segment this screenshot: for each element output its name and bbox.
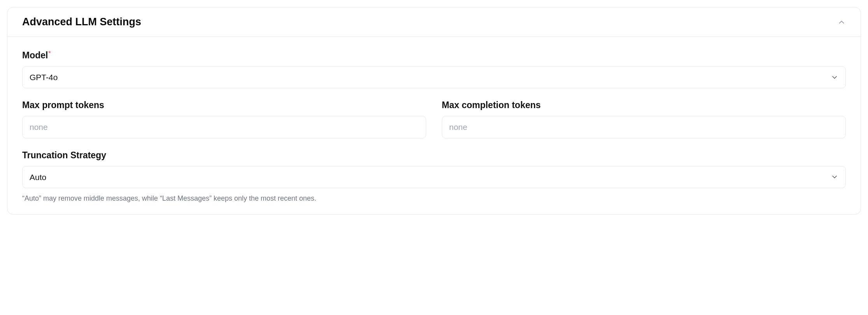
model-label: Model*	[22, 50, 846, 61]
max-completion-tokens-label: Max completion tokens	[442, 100, 846, 110]
model-field: Model* GPT-4o	[22, 50, 846, 88]
truncation-strategy-value: Auto	[30, 172, 46, 182]
truncation-strategy-label: Truncation Strategy	[22, 150, 846, 161]
max-prompt-tokens-field: Max prompt tokens	[22, 100, 426, 138]
tokens-row: Max prompt tokens Max completion tokens	[22, 100, 846, 138]
max-prompt-tokens-input[interactable]	[22, 116, 426, 138]
model-select[interactable]: GPT-4o	[22, 66, 846, 88]
panel-title: Advanced LLM Settings	[22, 16, 141, 28]
panel-body: Model* GPT-4o Max prompt tokens Max comp…	[7, 37, 861, 214]
max-prompt-tokens-label: Max prompt tokens	[22, 100, 426, 110]
required-indicator: *	[48, 50, 51, 57]
truncation-strategy-field: Truncation Strategy Auto “Auto” may remo…	[22, 150, 846, 203]
max-completion-tokens-field: Max completion tokens	[442, 100, 846, 138]
chevron-down-icon	[831, 173, 838, 181]
chevron-up-icon	[837, 18, 846, 26]
chevron-down-icon	[831, 74, 838, 81]
model-label-text: Model	[22, 50, 48, 60]
truncation-strategy-select[interactable]: Auto	[22, 166, 846, 188]
model-select-value: GPT-4o	[30, 72, 58, 82]
max-completion-tokens-input[interactable]	[442, 116, 846, 138]
advanced-llm-settings-panel: Advanced LLM Settings Model* GPT-4o	[7, 7, 861, 215]
truncation-strategy-help: “Auto” may remove middle messages, while…	[22, 194, 846, 203]
panel-header[interactable]: Advanced LLM Settings	[7, 7, 861, 37]
